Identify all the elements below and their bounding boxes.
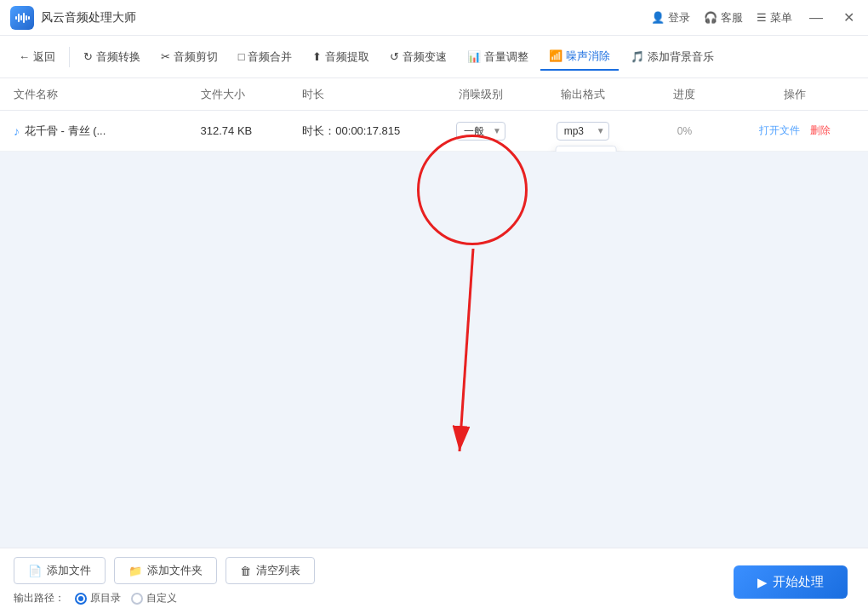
bottom-buttons: 📄 添加文件 📁 添加文件夹 🗑 清空列表	[14, 557, 854, 584]
format-cell: mp3 wav ▼ mp3 wav	[532, 122, 634, 141]
svg-rect-5	[28, 16, 30, 20]
table-row: ♪ 花千骨 - 青丝 (... 312.74 KB 时长：00:00:17.81…	[0, 111, 868, 152]
music-file-icon: ♪	[14, 124, 20, 138]
format-select[interactable]: mp3 wav	[557, 122, 609, 141]
content-area: ♪ 花千骨 - 青丝 (... 312.74 KB 时长：00:00:17.81…	[0, 111, 868, 548]
radio-original-label: 原目录	[90, 591, 121, 605]
cut-button[interactable]: ✂ 音频剪切	[152, 44, 226, 70]
menu-button[interactable]: ☰ 菜单	[757, 10, 792, 26]
denoise-icon: 📶	[549, 49, 562, 62]
bottom-bar: 📄 添加文件 📁 添加文件夹 🗑 清空列表 输出路径： 原目录	[0, 548, 868, 614]
volume-button[interactable]: 📊 音量调整	[459, 44, 537, 70]
svg-rect-4	[26, 15, 27, 20]
col-header-progress: 进度	[634, 87, 736, 102]
radio-original-dot	[75, 593, 87, 605]
clear-list-button[interactable]: 🗑 清空列表	[226, 557, 315, 584]
toolbar-divider	[69, 47, 70, 67]
action-cell: 打开文件 删除	[735, 123, 854, 138]
format-option-mp3[interactable]: mp3	[556, 146, 615, 152]
merge-icon: □	[238, 50, 245, 63]
open-file-link[interactable]: 打开文件	[759, 123, 800, 138]
user-icon: 👤	[651, 11, 665, 24]
file-name-text: 花千骨 - 青丝 (...	[25, 123, 106, 139]
toolbar: ← 返回 ↻ 音频转换 ✂ 音频剪切 □ 音频合并 ⬆ 音频提取 ↺ 音频变速 …	[0, 36, 868, 78]
bgm-button[interactable]: 🎵 添加背景音乐	[622, 44, 722, 70]
radio-custom-label: 自定义	[146, 591, 177, 605]
speed-button[interactable]: ↺ 音频变速	[381, 44, 455, 70]
col-header-action: 操作	[735, 87, 854, 102]
add-folder-button[interactable]: 📁 添加文件夹	[114, 557, 217, 584]
svg-line-7	[460, 249, 473, 451]
radio-group: 原目录 自定义	[75, 591, 177, 605]
file-duration-cell: 时长：00:00:17.815	[302, 123, 430, 139]
support-button[interactable]: 🎧 客服	[704, 10, 743, 26]
file-size-cell: 312.74 KB	[201, 124, 303, 137]
close-button[interactable]: ✕	[840, 9, 858, 26]
radio-custom-dot	[131, 593, 143, 605]
back-button[interactable]: ← 返回	[10, 44, 64, 70]
extract-icon: ⬆	[312, 50, 322, 63]
col-header-duration: 时长	[302, 87, 430, 102]
annotation-container	[0, 111, 868, 548]
volume-icon: 📊	[467, 50, 481, 63]
speed-icon: ↺	[390, 50, 399, 63]
convert-button[interactable]: ↻ 音频转换	[75, 44, 149, 70]
app-title: 风云音频处理大师	[41, 10, 651, 26]
format-dropdown: mp3 wav	[555, 146, 616, 152]
menu-icon: ☰	[757, 11, 767, 24]
delete-link[interactable]: 删除	[810, 123, 831, 138]
svg-rect-3	[23, 13, 25, 23]
add-file-icon: 📄	[28, 565, 42, 577]
svg-rect-2	[20, 15, 22, 20]
output-path-label: 输出路径：	[14, 591, 65, 605]
output-path-bar: 输出路径： 原目录 自定义	[14, 591, 854, 605]
col-header-size: 文件大小	[201, 87, 303, 102]
play-icon: ▶	[757, 575, 768, 590]
file-name-cell: ♪ 花千骨 - 青丝 (...	[14, 123, 201, 139]
add-file-button[interactable]: 📄 添加文件	[14, 557, 106, 584]
minimize-button[interactable]: —	[806, 10, 826, 26]
title-bar: 风云音频处理大师 👤 登录 🎧 客服 ☰ 菜单 — ✕	[0, 0, 868, 36]
noise-select-wrap[interactable]: 一般 轻微 严重 ▼	[456, 122, 505, 141]
title-controls: 👤 登录 🎧 客服 ☰ 菜单 — ✕	[651, 9, 858, 26]
col-header-noise: 消噪级别	[430, 87, 532, 102]
noise-level-cell: 一般 轻微 严重 ▼	[430, 122, 532, 141]
clear-icon: 🗑	[240, 565, 251, 577]
merge-button[interactable]: □ 音频合并	[230, 44, 301, 70]
music-icon: 🎵	[631, 50, 644, 63]
annotation-arrow	[0, 111, 868, 548]
add-folder-icon: 📁	[128, 565, 142, 577]
col-header-format: 输出格式	[532, 87, 634, 102]
table-body: ♪ 花千骨 - 青丝 (... 312.74 KB 时长：00:00:17.81…	[0, 111, 868, 152]
convert-icon: ↻	[83, 50, 93, 63]
app-icon	[10, 6, 34, 30]
scissors-icon: ✂	[161, 50, 170, 63]
headphone-icon: 🎧	[704, 11, 717, 24]
noise-level-select[interactable]: 一般 轻微 严重	[456, 122, 505, 141]
col-header-name: 文件名称	[14, 87, 201, 102]
radio-original[interactable]: 原目录	[75, 591, 121, 605]
svg-rect-0	[15, 16, 17, 20]
denoise-button[interactable]: 📶 噪声消除	[540, 43, 619, 71]
start-process-button[interactable]: ▶ 开始处理	[734, 565, 848, 599]
progress-cell: 0%	[634, 125, 736, 137]
format-select-wrap[interactable]: mp3 wav ▼ mp3 wav	[557, 122, 609, 141]
extract-button[interactable]: ⬆ 音频提取	[304, 44, 378, 70]
radio-custom[interactable]: 自定义	[131, 591, 177, 605]
login-button[interactable]: 👤 登录	[651, 10, 690, 26]
svg-rect-1	[18, 14, 20, 22]
table-header: 文件名称 文件大小 时长 消噪级别 输出格式 进度 操作	[0, 78, 868, 111]
main-content: 文件名称 文件大小 时长 消噪级别 输出格式 进度 操作 ♪ 花千骨 - 青丝 …	[0, 78, 868, 614]
